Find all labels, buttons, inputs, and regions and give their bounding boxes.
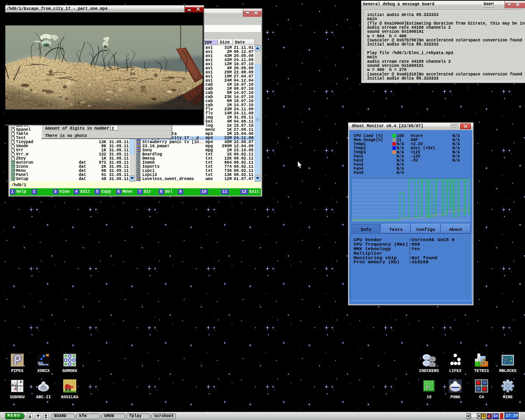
svg-text:9: 9: [12, 383, 14, 387]
svg-text:8: 8: [20, 380, 22, 383]
svg-text:2: 2: [15, 386, 17, 390]
